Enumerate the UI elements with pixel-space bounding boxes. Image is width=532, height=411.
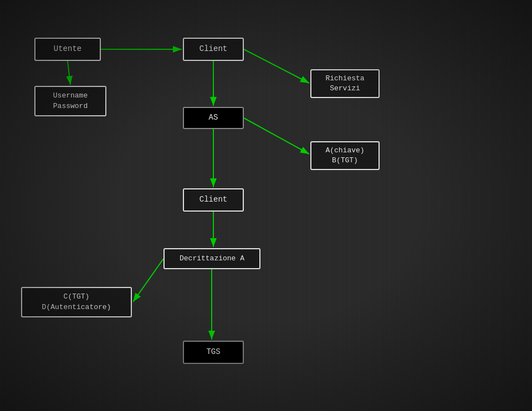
ctgt-node: C(TGT)D(Autenticatore) [21, 287, 132, 317]
username-password-node: UsernamePassword [34, 86, 106, 116]
tgs-node: TGS [183, 341, 244, 364]
as-node: AS [183, 107, 244, 129]
a-chiave-btgt-node: A(chiave)B(TGT) [310, 141, 380, 170]
client-mid-label: Client [200, 194, 227, 206]
richiesta-servizi-node: RichiestaServizi [310, 69, 380, 98]
arrows-svg [0, 0, 532, 411]
utente-label: Utente [54, 44, 81, 55]
richiesta-servizi-label: RichiestaServizi [325, 74, 364, 94]
a-chiave-btgt-label: A(chiave)B(TGT) [325, 146, 364, 166]
as-label: AS [209, 112, 218, 124]
client-top-label: Client [200, 44, 227, 55]
username-password-label: UsernamePassword [53, 91, 88, 111]
svg-line-2 [68, 61, 70, 85]
svg-line-3 [244, 49, 309, 83]
utente-node: Utente [34, 38, 101, 61]
client-mid-node: Client [183, 188, 244, 212]
svg-line-5 [244, 118, 309, 154]
client-top-node: Client [183, 38, 244, 61]
decrittazione-node: Decrittazione A [163, 248, 260, 269]
tgs-label: TGS [206, 347, 220, 358]
svg-line-8 [133, 259, 163, 302]
ctgt-label: C(TGT)D(Autenticatore) [42, 292, 111, 312]
decrittazione-label: Decrittazione A [180, 254, 244, 264]
diagram: Utente UsernamePassword Client Richiesta… [0, 0, 532, 411]
